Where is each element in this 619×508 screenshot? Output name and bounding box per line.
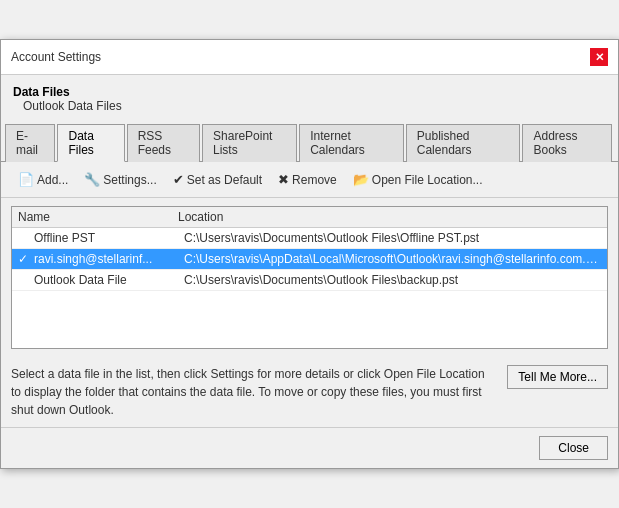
row-icon: ✓ bbox=[18, 252, 34, 266]
title-bar: Account Settings ✕ bbox=[1, 40, 618, 75]
toolbar: 📄 Add... 🔧 Settings... ✔ Set as Default … bbox=[1, 162, 618, 198]
settings-icon: 🔧 bbox=[84, 172, 100, 187]
table-row[interactable]: ✓ ravi.singh@stellarinf... C:\Users\ravi… bbox=[12, 249, 607, 270]
tell-more-button[interactable]: Tell Me More... bbox=[507, 365, 608, 389]
row-icon bbox=[18, 273, 34, 287]
section-title: Data Files bbox=[13, 85, 606, 99]
remove-button[interactable]: ✖ Remove bbox=[271, 168, 344, 191]
row-icon bbox=[18, 231, 34, 245]
title-bar-close-button[interactable]: ✕ bbox=[590, 48, 608, 66]
open-location-label: Open File Location... bbox=[372, 173, 483, 187]
add-button[interactable]: 📄 Add... bbox=[11, 168, 75, 191]
tab-address-books[interactable]: Address Books bbox=[522, 124, 612, 162]
col-location-header: Location bbox=[178, 210, 601, 224]
row-name: Offline PST bbox=[34, 231, 184, 245]
settings-label: Settings... bbox=[103, 173, 156, 187]
table-row[interactable]: Offline PST C:\Users\ravis\Documents\Out… bbox=[12, 228, 607, 249]
file-list: Offline PST C:\Users\ravis\Documents\Out… bbox=[12, 228, 607, 348]
section-subtitle: Outlook Data Files bbox=[13, 99, 606, 113]
info-section: Select a data file in the list, then cli… bbox=[1, 357, 618, 427]
tab-published-calendars[interactable]: Published Calendars bbox=[406, 124, 521, 162]
account-settings-dialog: Account Settings ✕ Data Files Outlook Da… bbox=[0, 39, 619, 469]
tab-sharepoint[interactable]: SharePoint Lists bbox=[202, 124, 297, 162]
header-section: Data Files Outlook Data Files bbox=[1, 75, 618, 119]
checkmark-icon: ✔ bbox=[173, 172, 184, 187]
file-table: Name Location Offline PST C:\Users\ravis… bbox=[11, 206, 608, 349]
settings-button[interactable]: 🔧 Settings... bbox=[77, 168, 163, 191]
add-label: Add... bbox=[37, 173, 68, 187]
tab-data-files[interactable]: Data Files bbox=[57, 124, 124, 162]
table-row[interactable]: Outlook Data File C:\Users\ravis\Documen… bbox=[12, 270, 607, 291]
footer: Close bbox=[1, 427, 618, 468]
info-text: Select a data file in the list, then cli… bbox=[11, 365, 497, 419]
row-name: ravi.singh@stellarinf... bbox=[34, 252, 184, 266]
row-location: C:\Users\ravis\Documents\Outlook Files\O… bbox=[184, 231, 601, 245]
dialog-title: Account Settings bbox=[11, 50, 101, 64]
tab-email[interactable]: E-mail bbox=[5, 124, 55, 162]
row-location: C:\Users\ravis\AppData\Local\Microsoft\O… bbox=[184, 252, 601, 266]
add-icon: 📄 bbox=[18, 172, 34, 187]
tab-rss-feeds[interactable]: RSS Feeds bbox=[127, 124, 200, 162]
col-name-header: Name bbox=[18, 210, 178, 224]
set-default-button[interactable]: ✔ Set as Default bbox=[166, 168, 269, 191]
tab-internet-calendars[interactable]: Internet Calendars bbox=[299, 124, 404, 162]
folder-icon: 📂 bbox=[353, 172, 369, 187]
set-default-label: Set as Default bbox=[187, 173, 262, 187]
table-header: Name Location bbox=[12, 207, 607, 228]
content-area: Name Location Offline PST C:\Users\ravis… bbox=[1, 198, 618, 357]
remove-icon: ✖ bbox=[278, 172, 289, 187]
row-location: C:\Users\ravis\Documents\Outlook Files\b… bbox=[184, 273, 601, 287]
close-dialog-button[interactable]: Close bbox=[539, 436, 608, 460]
tabs-row: E-mail Data Files RSS Feeds SharePoint L… bbox=[1, 119, 618, 162]
remove-label: Remove bbox=[292, 173, 337, 187]
open-location-button[interactable]: 📂 Open File Location... bbox=[346, 168, 490, 191]
row-name: Outlook Data File bbox=[34, 273, 184, 287]
